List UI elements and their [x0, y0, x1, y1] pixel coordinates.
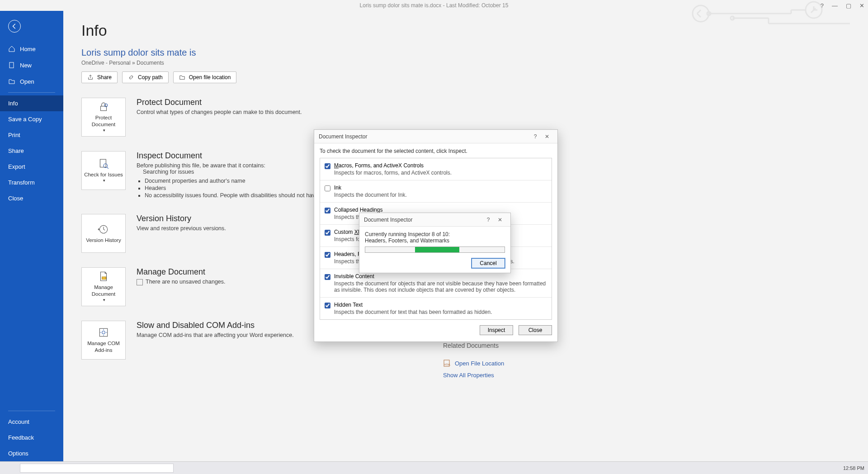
cancel-button[interactable]: Cancel [472, 258, 505, 268]
sidebar-item-options[interactable]: Options [0, 446, 63, 461]
dialog-titlebar[interactable]: Document Inspector ? ✕ [359, 213, 510, 227]
tile-label: Version History [86, 237, 121, 244]
sidebar-item-label: Account [8, 418, 29, 425]
inspector-option-title: Ink [334, 185, 407, 191]
svg-point-12 [102, 331, 105, 334]
tile-label: Protect Document [84, 114, 123, 128]
taskbar-search[interactable] [20, 464, 174, 473]
progress-current-inspector: Headers, Footers, and Watermarks [365, 237, 505, 244]
sidebar-divider [8, 411, 55, 411]
inspector-option-row[interactable]: Macros, Forms, and ActiveX ControlsInspe… [320, 158, 552, 180]
sidebar-item-label: Export [8, 163, 25, 170]
inspector-option-row[interactable]: Hidden TextInspects the document for tex… [320, 298, 552, 319]
inspect-button[interactable]: Inspect [480, 325, 513, 335]
sidebar-item-label: New [20, 62, 32, 69]
tile-label: Manage COM Add-ins [84, 340, 123, 354]
button-label: Open file location [189, 74, 231, 81]
sidebar-item-label: Print [8, 132, 20, 138]
maximize-button[interactable]: ▢ [846, 2, 851, 9]
related-documents-heading: Related Documents [443, 342, 499, 349]
html-file-icon: HTML [443, 359, 451, 367]
dialog-title: Document Inspector [364, 217, 412, 223]
sidebar-item-open[interactable]: Open [0, 73, 63, 90]
show-all-properties-link[interactable]: Show All Properties [443, 372, 504, 379]
taskbar-clock[interactable]: 12:58 PM [843, 465, 864, 471]
sidebar-item-label: Options [8, 450, 28, 457]
chevron-down-icon: ▾ [103, 178, 105, 184]
inspector-option-checkbox[interactable] [325, 274, 330, 280]
inspector-option-title: Collapsed Headings [334, 207, 508, 213]
backstage-sidebar: Home New Open Info Save a Copy Print Sha… [0, 11, 63, 461]
minimize-button[interactable]: — [832, 2, 838, 9]
inspector-option-checkbox[interactable] [325, 185, 330, 191]
inspector-option-row[interactable]: Invisible ContentInspects the document f… [320, 269, 552, 298]
inspector-option-checkbox[interactable] [325, 163, 330, 169]
addin-icon [98, 327, 109, 338]
sidebar-item-close[interactable]: Close [0, 190, 63, 206]
dialog-help-button[interactable]: ? [482, 217, 494, 223]
titlebar: Loris sump dolor sits mate is.docx - Las… [0, 0, 868, 11]
sidebar-item-label: Feedback [8, 434, 34, 441]
inspector-option-checkbox[interactable] [325, 230, 330, 236]
inspector-option-checkbox[interactable] [325, 252, 330, 258]
section-heading: Version History [137, 214, 226, 223]
open-file-location-link[interactable]: HTML Open File Location [443, 359, 504, 367]
inspector-option-row[interactable]: InkInspects the document for Ink. [320, 180, 552, 203]
svg-rect-10 [102, 277, 106, 279]
close-window-button[interactable]: ✕ [859, 2, 864, 9]
manage-com-addins-tile[interactable]: Manage COM Add-ins [81, 321, 126, 360]
inspector-option-checkbox[interactable] [325, 208, 330, 213]
sidebar-item-info[interactable]: Info [0, 95, 63, 111]
dialog-close-button[interactable]: ✕ [541, 133, 553, 140]
check-for-issues-tile[interactable]: Check for Issues▾ [81, 151, 126, 190]
home-icon [8, 45, 15, 52]
section-body-text: There are no unsaved changes. [137, 279, 226, 285]
section-body-text: Control what types of changes people can… [137, 109, 302, 115]
sidebar-item-share[interactable]: Share [0, 143, 63, 159]
sidebar-item-label: Close [8, 195, 23, 202]
help-icon[interactable]: ? [821, 2, 824, 9]
svg-text:HTML: HTML [444, 363, 451, 366]
sidebar-item-label: Open [20, 78, 34, 85]
document-title: Loris sump dolor sits mate is [81, 47, 850, 58]
sidebar-item-new[interactable]: New [0, 57, 63, 73]
sidebar-item-account[interactable]: Account [0, 414, 63, 430]
lock-icon [98, 101, 109, 113]
dialog-titlebar[interactable]: Document Inspector ? ✕ [314, 130, 557, 143]
dialog-help-button[interactable]: ? [529, 133, 541, 140]
history-icon [98, 223, 109, 235]
sidebar-item-label: Home [20, 46, 36, 52]
sidebar-item-home[interactable]: Home [0, 41, 63, 57]
document-path: OneDrive - Personal » Documents [81, 60, 850, 66]
sidebar-divider [8, 92, 55, 93]
protect-document-tile[interactable]: Protect Document▾ [81, 98, 126, 137]
section-body-text: Manage COM add-ins that are affecting yo… [137, 332, 294, 338]
button-label: Share [97, 74, 112, 81]
inspector-option-title: Macros, Forms, and ActiveX Controls [334, 162, 452, 169]
sidebar-item-feedback[interactable]: Feedback [0, 430, 63, 446]
close-dialog-button[interactable]: Close [519, 325, 552, 335]
windows-taskbar[interactable]: 12:58 PM [0, 461, 868, 474]
version-history-tile[interactable]: Version History [81, 214, 126, 253]
section-heading: Slow and Disabled COM Add-ins [137, 321, 294, 330]
back-button[interactable] [8, 20, 21, 33]
manage-document-tile[interactable]: Manage Document▾ [81, 267, 126, 306]
inspector-progress-dialog: Document Inspector ? ✕ Currently running… [359, 213, 511, 273]
inspector-option-checkbox[interactable] [325, 303, 330, 308]
open-file-location-button[interactable]: Open file location [173, 71, 237, 83]
document-small-icon [137, 279, 143, 285]
sidebar-item-label: Save a Copy [8, 116, 42, 123]
folder-open-icon [8, 78, 15, 85]
document-icon [98, 270, 109, 282]
share-button[interactable]: Share [81, 71, 118, 83]
sidebar-item-transform[interactable]: Transform [0, 175, 63, 190]
sidebar-item-export[interactable]: Export [0, 159, 63, 175]
sidebar-item-print[interactable]: Print [0, 127, 63, 143]
tile-label: Check for Issues [84, 171, 123, 178]
inspector-option-title: Hidden Text [334, 302, 492, 308]
copy-path-button[interactable]: Copy path [122, 71, 169, 83]
dialog-close-button[interactable]: ✕ [494, 217, 506, 223]
sidebar-item-save-copy[interactable]: Save a Copy [0, 111, 63, 127]
sidebar-item-label: Share [8, 147, 24, 154]
dialog-title: Document Inspector [319, 133, 367, 140]
